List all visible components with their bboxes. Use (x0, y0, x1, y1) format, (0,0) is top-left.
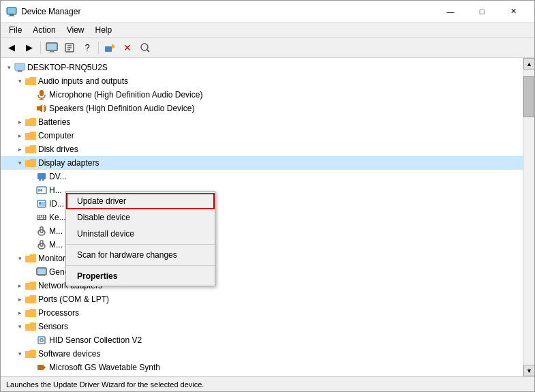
tree-item-hid-sensor[interactable]: ▸ HID Sensor Collection V2 (1, 333, 523, 347)
svg-rect-27 (42, 179, 44, 181)
tree-item-processors-label: Processors (38, 308, 79, 318)
expander-diskdrives[interactable]: ▸ (14, 144, 25, 155)
svg-rect-3 (7, 8, 16, 14)
ctx-uninstall-device[interactable]: Uninstall device (66, 226, 215, 242)
back-button[interactable]: ◀ (3, 40, 20, 56)
svg-rect-18 (16, 64, 24, 70)
tree-item-batteries[interactable]: ▸ Batteries (1, 115, 523, 129)
svg-rect-7 (48, 52, 55, 52)
svg-rect-41 (44, 215, 45, 217)
tree-item-audio[interactable]: ▾ Audio inputs and outputs (1, 74, 523, 88)
svg-point-15 (141, 44, 148, 50)
expander-monitors[interactable]: ▾ (14, 253, 25, 264)
context-menu: Update driver Disable device Uninstall d… (65, 191, 215, 286)
uninstall-button[interactable]: ✕ (119, 40, 136, 56)
status-bar: Launches the Update Driver Wizard for th… (1, 376, 534, 391)
tree-item-root[interactable]: ▾ DESKTOP-RNQ5U2S (1, 61, 523, 74)
tree-item-speakers[interactable]: ▸ Speakers (High Definition Audio Device… (1, 102, 523, 115)
computer-icon (14, 62, 25, 73)
toolbar-separator-2 (98, 42, 99, 54)
help-button[interactable]: ? (79, 40, 95, 56)
ctx-scan-hardware[interactable]: Scan for hardware changes (66, 247, 215, 263)
tree-item-computer[interactable]: ▸ Computer (1, 129, 523, 142)
tree-item-id-label: ID... (49, 199, 64, 209)
minimize-button[interactable]: — (435, 1, 466, 22)
tree-item-speakers-label: Speakers (High Definition Audio Device) (49, 104, 194, 113)
svg-line-16 (147, 50, 149, 52)
expander-software-devices[interactable]: ▾ (14, 348, 25, 359)
ctx-disable-device[interactable]: Disable device (66, 209, 215, 226)
toolbar-separator-1 (40, 42, 41, 54)
svg-rect-5 (47, 44, 57, 50)
svg-rect-6 (50, 50, 54, 52)
svg-rect-21 (40, 90, 44, 96)
forward-button[interactable]: ▶ (21, 40, 37, 56)
computer-view-button[interactable] (44, 40, 60, 56)
tree-item-hid-sensor-label: HID Sensor Collection V2 (49, 335, 142, 345)
tree-item-software-devices[interactable]: ▾ Software devices (1, 347, 523, 361)
maximize-button[interactable]: □ (466, 1, 498, 22)
tree-item-ms-wavetable-label: Microsoft GS Wavetable Synth (49, 363, 160, 372)
svg-rect-26 (39, 179, 41, 181)
tree-item-sensors[interactable]: ▾ Sensors (1, 320, 523, 333)
title-bar: Device Manager — □ ✕ (1, 1, 534, 22)
tree-item-diskdrives[interactable]: ▸ Disk drives (1, 142, 523, 156)
ke-icon (36, 212, 47, 223)
ctx-properties[interactable]: Properties (66, 268, 215, 284)
expander-network[interactable]: ▸ (14, 280, 25, 291)
svg-rect-52 (38, 275, 45, 276)
tree-item-audio-label: Audio inputs and outputs (38, 76, 128, 86)
svg-rect-12 (105, 46, 112, 52)
update-driver-toolbar-button[interactable] (102, 40, 118, 56)
scroll-track[interactable] (523, 70, 534, 365)
tree-item-m1-label: M... (49, 226, 63, 236)
id-icon (36, 198, 47, 209)
tree-item-sensors-label: Sensors (38, 322, 68, 331)
tree-item-root-label: DESKTOP-RNQ5U2S (27, 63, 108, 72)
scroll-down-button[interactable]: ▼ (523, 365, 534, 376)
tree-item-display[interactable]: ▾ Display adapters (1, 156, 523, 170)
tree-item-software-devices-label: Software devices (38, 349, 100, 359)
expander-sensors[interactable]: ▾ (14, 321, 25, 332)
toolbar: ◀ ▶ ? ✕ (1, 37, 534, 58)
expander-computer[interactable]: ▸ (14, 130, 25, 141)
tree-item-ke-label: Ke... (49, 213, 66, 222)
h-icon (36, 185, 47, 196)
svg-rect-19 (18, 70, 22, 72)
expander-ports[interactable]: ▸ (14, 294, 25, 305)
tree-item-mic-label: Microphone (High Definition Audio Device… (49, 90, 202, 100)
svg-rect-39 (40, 215, 41, 217)
tree-item-microphone[interactable]: ▸ Microphone (High Definition Audio Devi… (1, 88, 523, 102)
software-devices-folder-icon (25, 348, 36, 359)
menu-view[interactable]: View (61, 24, 90, 36)
tree-item-ms-wavetable[interactable]: ▸ Microsoft GS Wavetable Synth (1, 361, 523, 374)
scan-hardware-button[interactable] (137, 40, 153, 56)
scroll-thumb[interactable] (523, 76, 534, 117)
sensor-icon (36, 335, 47, 346)
device-tree[interactable]: ▾ DESKTOP-RNQ5U2S ▾ (1, 58, 523, 376)
expander-batteries[interactable]: ▸ (14, 117, 25, 127)
tree-item-processors[interactable]: ▸ Processors (1, 306, 523, 320)
menu-action[interactable]: Action (27, 24, 61, 36)
processors-folder-icon (25, 307, 36, 318)
tree-item-batteries-label: Batteries (38, 117, 70, 127)
audio-folder-icon (25, 76, 36, 87)
ctx-update-driver[interactable]: Update driver (66, 193, 215, 209)
expander-audio[interactable]: ▾ (14, 76, 25, 87)
tree-item-sound[interactable]: ▸ Sound, video and game controllers (1, 374, 523, 376)
expander-root[interactable]: ▾ (3, 62, 14, 73)
svg-marker-57 (43, 365, 46, 370)
scroll-up-button[interactable]: ▲ (523, 58, 534, 70)
expander-sound[interactable]: ▸ (14, 376, 25, 376)
tree-item-dv[interactable]: ▸ DV... (1, 170, 523, 183)
expander-processors[interactable]: ▸ (14, 307, 25, 318)
expander-display[interactable]: ▾ (14, 157, 25, 168)
close-button[interactable]: ✕ (498, 1, 529, 22)
properties-button[interactable] (61, 40, 78, 56)
menu-help[interactable]: Help (90, 24, 118, 36)
menu-file[interactable]: File (3, 24, 27, 36)
tree-item-ports[interactable]: ▸ Ports (COM & LPT) (1, 292, 523, 306)
speaker-icon (36, 103, 47, 114)
scrollbar[interactable]: ▲ ▼ (523, 58, 534, 376)
microphone-icon (36, 89, 47, 100)
